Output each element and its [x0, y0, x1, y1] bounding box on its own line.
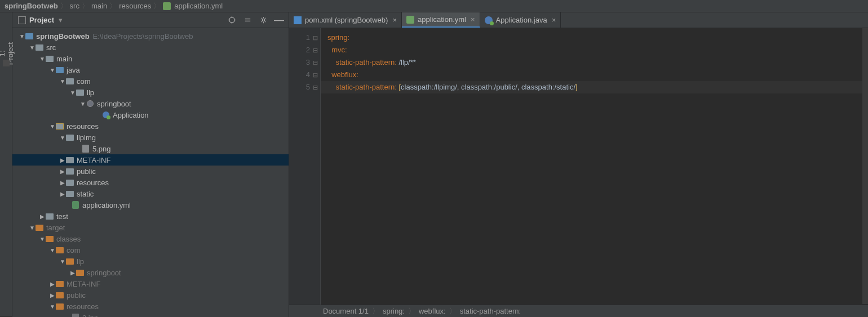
crumb-spring[interactable]: spring:: [383, 307, 405, 315]
fold-end-icon[interactable]: ⊟: [313, 56, 318, 69]
tree-resources[interactable]: ▼resources: [12, 120, 289, 132]
close-icon[interactable]: ×: [471, 15, 475, 24]
hide-panel-icon[interactable]: —: [273, 14, 285, 26]
line-number: 2: [289, 44, 310, 56]
root-path: E:\IdeaProjects\springBootweb: [93, 32, 193, 41]
breadcrumb-sep: 〉: [82, 1, 89, 11]
tree-resources2[interactable]: ▶resources: [12, 177, 289, 188]
close-icon[interactable]: ×: [552, 16, 556, 24]
tree-target[interactable]: ▼target: [12, 222, 289, 233]
tree-appyml[interactable]: ▼application.yml: [12, 199, 289, 211]
breadcrumb-root[interactable]: springBootweb: [5, 2, 58, 10]
project-dropdown-icon[interactable]: ▾: [59, 16, 63, 24]
tree-com2[interactable]: ▼com: [12, 244, 289, 256]
tree-java[interactable]: ▼java: [12, 64, 289, 75]
project-panel-title[interactable]: Project: [29, 16, 54, 24]
tree-public2[interactable]: ▶public: [12, 289, 289, 301]
tree-test[interactable]: ▶test: [12, 211, 289, 222]
tree-5png[interactable]: ▼5.png: [12, 143, 289, 154]
structure-tool-icon[interactable]: [3, 60, 10, 66]
breadcrumb-sep: 〉: [153, 1, 161, 11]
maven-icon: [294, 16, 302, 24]
editor-panel: pom.xml (springBootweb)× application.yml…: [289, 12, 868, 317]
tree-metainf[interactable]: ▶META-INF: [12, 154, 289, 166]
breadcrumb-src[interactable]: src: [70, 2, 79, 10]
fold-icon[interactable]: ⊟: [313, 32, 318, 44]
root-label: springBootweb: [36, 32, 90, 41]
line-number-gutter: 1⊟ 2⊟ 3⊟ 4⊟ 5⊟: [289, 28, 321, 305]
tab-pom[interactable]: pom.xml (springBootweb)×: [289, 12, 402, 28]
line-number: 4: [289, 69, 310, 81]
doc-status: Document 1/1: [323, 307, 369, 315]
tree-main[interactable]: ▼main: [12, 53, 289, 64]
tree-root[interactable]: ▼springBootwebE:\IdeaProjects\springBoot…: [12, 30, 289, 42]
svg-point-0: [229, 17, 234, 23]
fold-end-icon[interactable]: ⊟: [313, 81, 318, 93]
close-icon[interactable]: ×: [392, 16, 397, 24]
fold-icon[interactable]: ⊟: [313, 69, 318, 81]
code-content[interactable]: spring: mvc: static-path-pattern: /llp/*…: [321, 28, 578, 305]
project-panel: Project ▾ — ▼springBootwebE:\IdeaProject…: [12, 12, 289, 317]
line-number: 5: [289, 81, 310, 93]
breadcrumb-sep: 〉: [60, 1, 68, 11]
tree-classes[interactable]: ▼classes: [12, 233, 289, 244]
tree-2inn[interactable]: ▼2.inn: [12, 312, 289, 317]
tree-llp[interactable]: ▼llp: [12, 87, 289, 98]
tree-public[interactable]: ▶public: [12, 166, 289, 177]
tree-static[interactable]: ▶static: [12, 188, 289, 199]
error-stripe[interactable]: [862, 28, 868, 304]
yaml-file-icon: [163, 2, 171, 10]
tree-src[interactable]: ▼src: [12, 42, 289, 53]
java-class-icon: [485, 16, 493, 24]
tree-com[interactable]: ▼com: [12, 75, 289, 87]
line-number: 1: [289, 32, 310, 44]
breadcrumb-bar: springBootweb 〉 src 〉 main 〉 resources 〉…: [0, 0, 868, 12]
editor-tabs: pom.xml (springBootweb)× application.yml…: [289, 12, 868, 28]
tool-window-bar: 1: Project: [0, 12, 12, 316]
tree-metainf2[interactable]: ▶META-INF: [12, 278, 289, 289]
fold-icon[interactable]: ⊟: [313, 44, 318, 56]
project-view-icon[interactable]: [18, 16, 26, 24]
tree-application-class[interactable]: ▼Application: [12, 109, 289, 120]
yaml-icon: [406, 16, 414, 24]
expand-all-icon[interactable]: [241, 14, 254, 26]
tree-resources3[interactable]: ▼resources: [12, 301, 289, 312]
tree-llpimg[interactable]: ▼llpimg: [12, 132, 289, 143]
breadcrumb-main[interactable]: main: [91, 2, 107, 10]
tree-springboot2[interactable]: ▶springboot: [12, 267, 289, 278]
tab-application-java[interactable]: Application.java×: [480, 12, 561, 28]
gear-icon[interactable]: [257, 14, 269, 26]
tree-llp2[interactable]: ▼llp: [12, 256, 289, 267]
line-number: 3: [289, 56, 310, 69]
locate-icon[interactable]: [225, 14, 238, 26]
breadcrumb-resources[interactable]: resources: [119, 2, 151, 10]
code-editor[interactable]: 1⊟ 2⊟ 3⊟ 4⊟ 5⊟ spring: mvc: static-path-…: [289, 28, 868, 305]
svg-point-5: [262, 19, 264, 21]
tab-application-yml[interactable]: application.yml×: [402, 12, 480, 28]
tree-springboot[interactable]: ▼springboot: [12, 98, 289, 109]
project-panel-header: Project ▾ —: [12, 12, 289, 28]
breadcrumb-sep: 〉: [109, 1, 117, 11]
breadcrumb-file[interactable]: application.yml: [174, 2, 223, 10]
project-tree[interactable]: ▼springBootwebE:\IdeaProjects\springBoot…: [12, 28, 289, 317]
editor-breadcrumb: Document 1/1 〉 spring: 〉 webflux: 〉 stat…: [289, 305, 868, 317]
crumb-webflux[interactable]: webflux:: [419, 307, 446, 315]
crumb-spp[interactable]: static-path-pattern:: [460, 307, 521, 315]
